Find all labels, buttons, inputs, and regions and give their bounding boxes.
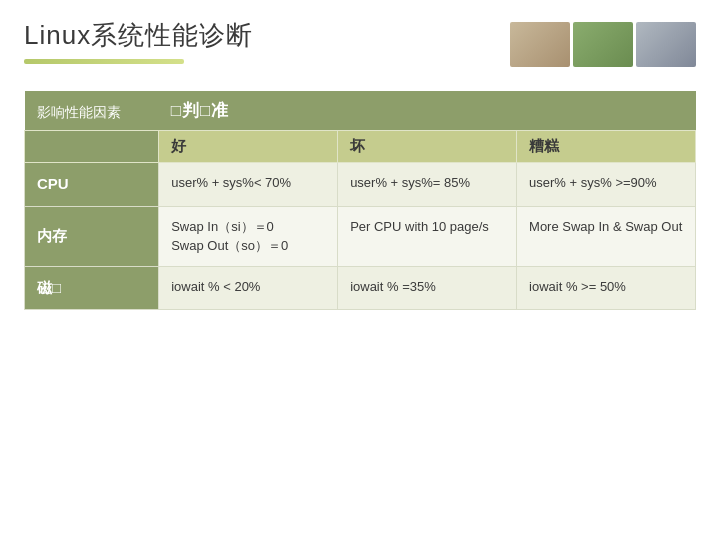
page-container: Linux系统性能诊断 影响性能因素 □判□准 好 [0, 0, 720, 540]
factor-header-cell: 影响性能因素 [25, 91, 159, 131]
disk-label: 磁□ [25, 266, 159, 310]
memory-poor: More Swap In & Swap Out [517, 206, 696, 266]
disk-poor: iowait % >= 50% [517, 266, 696, 310]
cpu-label: CPU [25, 163, 159, 207]
main-header-row: 影响性能因素 □判□准 [25, 91, 696, 131]
col-bad-header: 坏 [338, 131, 517, 163]
col-good-header: 好 [159, 131, 338, 163]
cpu-bad: user% + sys%= 85% [338, 163, 517, 207]
memory-label: 内存 [25, 206, 159, 266]
memory-good: Swap In（si）＝0Swap Out（so）＝0 [159, 206, 338, 266]
disk-bad: iowait % =35% [338, 266, 517, 310]
cpu-poor: user% + sys% >=90% [517, 163, 696, 207]
sub-header-row: 好 坏 糟糕 [25, 131, 696, 163]
criterion-cell: □判□准 [159, 91, 696, 131]
header-image-2 [573, 22, 633, 67]
header-image-3 [636, 22, 696, 67]
table-row-cpu: CPU user% + sys%< 70% user% + sys%= 85% … [25, 163, 696, 207]
table-wrapper: 影响性能因素 □判□准 好 坏 糟糕 CPU user% + sys%< 70%… [24, 91, 696, 310]
performance-table: 影响性能因素 □判□准 好 坏 糟糕 CPU user% + sys%< 70%… [24, 91, 696, 310]
memory-bad: Per CPU with 10 page/s [338, 206, 517, 266]
col-poor-header: 糟糕 [517, 131, 696, 163]
criterion-label: □判□准 [171, 101, 230, 120]
header-images [510, 22, 696, 67]
title-underline [24, 59, 184, 64]
table-row-memory: 内存 Swap In（si）＝0Swap Out（so）＝0 Per CPU w… [25, 206, 696, 266]
cpu-good: user% + sys%< 70% [159, 163, 338, 207]
disk-good: iowait % < 20% [159, 266, 338, 310]
title-area: Linux系统性能诊断 [24, 18, 253, 64]
page-title: Linux系统性能诊断 [24, 18, 253, 53]
header: Linux系统性能诊断 [0, 0, 720, 73]
table-row-disk: 磁□ iowait % < 20% iowait % =35% iowait %… [25, 266, 696, 310]
factor-label: 影响性能因素 [37, 104, 121, 120]
header-image-1 [510, 22, 570, 67]
sub-factor-cell [25, 131, 159, 163]
